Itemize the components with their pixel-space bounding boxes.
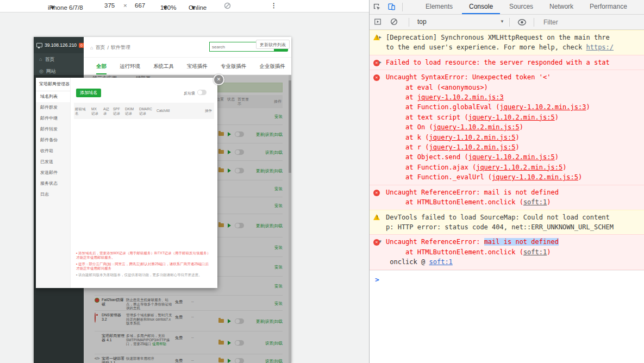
- more-options-icon[interactable]: ⋮: [271, 2, 277, 9]
- source-link[interactable]: jquery-1.10.2.min.js:5: [468, 114, 555, 121]
- expand-arrow-icon[interactable]: ▼: [379, 239, 382, 244]
- modal-nav-邮件转发[interactable]: 邮件转发: [36, 124, 70, 135]
- source-link[interactable]: soft:1: [523, 248, 547, 256]
- breadcrumb-home[interactable]: 首页: [95, 44, 105, 51]
- server-ip: 39.108.126.210: [45, 42, 77, 48]
- eye-icon[interactable]: [517, 19, 527, 27]
- error-icon: [373, 190, 380, 196]
- source-link[interactable]: jquery-1.10.2.min.js:5: [476, 164, 562, 171]
- source-link[interactable]: https:/: [586, 43, 614, 51]
- source-link[interactable]: jquery-1.10.2.min.js:5: [468, 153, 555, 161]
- source-link[interactable]: jquery-1.10.2.min.js:5: [429, 134, 515, 141]
- column-header: DMARC记录: [139, 107, 153, 115]
- modal-nav-域名列表[interactable]: 域名列表: [36, 91, 70, 102]
- console-message: Uncaught ReferenceError: mail is not def…: [370, 185, 644, 210]
- tab-宝塔插件[interactable]: 宝塔插件: [187, 59, 208, 74]
- column-header: MX记录: [91, 107, 100, 115]
- chevron-down-icon: ▼: [190, 4, 196, 11]
- error-icon: [373, 74, 380, 81]
- modal-nav-邮件群发[interactable]: 邮件群发: [36, 102, 70, 113]
- expand-arrow-icon[interactable]: ▶: [379, 60, 382, 65]
- screenshot-root: iPhone 6/7/8▼ 375 × 667 100%▼ Online▼ ⋮ …: [0, 0, 644, 363]
- console-message: ▶Failed to load resource: the server res…: [370, 55, 644, 70]
- modal-nav-日志[interactable]: 日志: [36, 189, 70, 200]
- source-link[interactable]: jquery-1.10.2.min.js:3: [500, 103, 586, 111]
- tab-network[interactable]: Network: [541, 0, 582, 14]
- viewport-height-field[interactable]: 667: [135, 2, 145, 9]
- modal-nav-邮件备份[interactable]: 邮件备份: [36, 135, 70, 146]
- source-link[interactable]: jquery-1.10.2.min.js:5: [433, 123, 520, 131]
- chevron-down-icon: ▼: [162, 4, 168, 11]
- devtools-tab-bar: ElementsConsoleSourcesNetworkPerformance: [370, 0, 644, 15]
- column-header: CatchAll: [157, 109, 178, 113]
- modal-nav-已发送[interactable]: 已发送: [36, 157, 70, 167]
- column-header: DKIM记录: [125, 107, 136, 115]
- device-stage: 39.108.126.210 0 ⌂首页◎网站 ⌂ 首页 / 软件管理: [0, 12, 369, 363]
- console-message: ▶[Deprecation] Synchronous XMLHttpReques…: [370, 30, 644, 55]
- source-link[interactable]: soft:1: [523, 198, 547, 206]
- console-message: Uncaught SyntaxError: Unexpected token '…: [370, 70, 644, 185]
- prompt-chevron-icon: >: [375, 276, 379, 284]
- server-ip-row[interactable]: 39.108.126.210 0: [34, 37, 84, 53]
- modal-nav: 宝塔邮局管理器 域名列表邮件群发邮件中继邮件转发邮件备份收件箱已发送发送邮件服务…: [36, 78, 71, 288]
- divider: [409, 18, 409, 27]
- console-filter-input[interactable]: [542, 16, 642, 28]
- close-icon[interactable]: ✕: [213, 74, 224, 85]
- tab-performance[interactable]: Performance: [582, 0, 635, 14]
- console-message: DevTools failed to load SourceMap: Could…: [370, 210, 644, 235]
- column-header: 操作: [205, 109, 212, 113]
- console-sidebar-icon[interactable]: [374, 18, 382, 27]
- console-message: ▼Uncaught ReferenceError: mail is not de…: [370, 234, 644, 270]
- modal-nav-服务状态[interactable]: 服务状态: [36, 178, 70, 189]
- inspect-icon[interactable]: [373, 3, 381, 13]
- breadcrumb: ⌂ 首页 / 软件管理: [90, 44, 130, 51]
- expand-arrow-icon[interactable]: ▶: [379, 35, 382, 40]
- tab-全部[interactable]: 全部: [96, 59, 107, 74]
- mail-manager-modal: ✕ 宝塔邮局管理器 域名列表邮件群发邮件中继邮件转发邮件备份收件箱已发送发送邮件…: [36, 78, 217, 288]
- toggle-device-toolbar-icon[interactable]: [387, 3, 396, 13]
- chevron-down-icon: ▼: [500, 19, 504, 24]
- console-toolbar: top ▼: [370, 15, 644, 30]
- sidebar-item-首页[interactable]: ⌂首页: [34, 53, 84, 65]
- clear-console-icon[interactable]: [390, 18, 398, 27]
- note-item: 该自建邮局版本为基础版本，仅提供基础功能，更多功能请耐心等待开发进度。: [76, 273, 211, 277]
- dimensions-multiply-label: ×: [123, 2, 127, 9]
- divider: [402, 3, 403, 11]
- source-link[interactable]: jquery-1.10.2.min.js:5: [492, 173, 578, 181]
- tab-系统工具[interactable]: 系统工具: [153, 59, 174, 74]
- modal-notes: 添加域名后，需要添加MX记录（用于邮箱服务）和TXT记录（用于邮箱反垃圾服务）才…: [76, 251, 211, 279]
- antispam-toggle-label: 反垃圾: [184, 91, 195, 96]
- column-header: SPF记录: [113, 107, 122, 115]
- tab-运行环境[interactable]: 运行环境: [120, 59, 140, 74]
- modal-nav-发送邮件[interactable]: 发送邮件: [36, 167, 70, 178]
- source-link[interactable]: jquery-1.10.2.min.js:5: [429, 143, 515, 151]
- execution-context-select[interactable]: top: [417, 18, 427, 26]
- source-link[interactable]: soft:1: [429, 258, 452, 266]
- console-prompt[interactable]: >: [370, 270, 644, 284]
- antispam-toggle[interactable]: [197, 90, 207, 95]
- tab-sources[interactable]: Sources: [501, 0, 541, 14]
- home-icon: ⌂: [90, 45, 93, 51]
- device-emulation-toolbar: iPhone 6/7/8▼ 375 × 667 100%▼ Online▼ ⋮: [0, 0, 369, 12]
- sidebar-item-label: 首页: [45, 56, 54, 63]
- site-icon: ◎: [39, 68, 43, 74]
- add-domain-button[interactable]: 添加域名: [76, 89, 101, 97]
- software-category-tabs: 全部运行环境系统工具宝塔插件专业版插件企业版插件: [84, 59, 291, 75]
- no-throttling-icon[interactable]: [224, 2, 231, 10]
- console-message-list: ▶[Deprecation] Synchronous XMLHttpReques…: [370, 30, 644, 270]
- note-item: 添加域名后，需要添加MX记录（用于邮箱服务）和TXT记录（用于邮箱反垃圾服务）才…: [76, 251, 211, 260]
- chevron-down-icon: ▼: [49, 4, 55, 11]
- column-header: 邮箱域名: [75, 107, 88, 115]
- modal-nav-收件箱[interactable]: 收件箱: [36, 146, 70, 157]
- tab-console[interactable]: Console: [461, 0, 501, 14]
- source-link[interactable]: jquery-1.10.2.min.js:3: [417, 93, 504, 101]
- divider: [509, 18, 510, 27]
- devtools-panel: ElementsConsoleSourcesNetworkPerformance…: [369, 0, 644, 363]
- tab-elements[interactable]: Elements: [417, 0, 461, 14]
- breadcrumb-current: 软件管理: [111, 44, 130, 51]
- update-software-list-button[interactable]: 更新软件列表: [256, 40, 290, 49]
- modal-nav-邮件中继[interactable]: 邮件中继: [36, 113, 70, 124]
- tab-企业版插件[interactable]: 企业版插件: [260, 59, 286, 74]
- viewport-width-field[interactable]: 375: [104, 2, 115, 9]
- tab-专业版插件[interactable]: 专业版插件: [221, 59, 247, 74]
